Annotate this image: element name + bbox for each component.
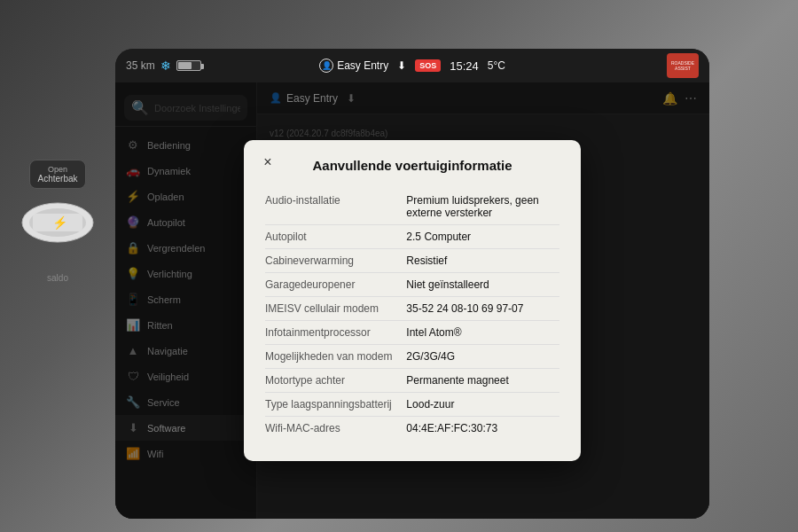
car-svg: ⚡	[13, 198, 102, 246]
row-value: 2G/3G/4G	[406, 345, 559, 369]
row-label: Infotainmentprocessor	[265, 321, 406, 345]
status-bar-center: 👤 Easy Entry ⬇ SOS 15:24 5°C	[319, 59, 505, 73]
row-value: Intel Atom®	[406, 321, 559, 345]
table-row: Infotainmentprocessor Intel Atom®	[265, 321, 559, 345]
easy-entry-status: Easy Entry	[337, 59, 388, 72]
table-row: Garagedeuropener Niet geïnstalleerd	[265, 273, 559, 297]
table-row: Audio-installatie Premium luidsprekers, …	[265, 189, 559, 225]
vehicle-info-modal: × Aanvullende voertuiginformatie Audio-i…	[244, 140, 581, 461]
modal-overlay: × Aanvullende voertuiginformatie Audio-i…	[115, 82, 709, 519]
row-value: 2.5 Computer	[406, 225, 559, 249]
row-label: Audio-installatie	[265, 189, 406, 225]
km-display: 35 km	[126, 59, 155, 72]
temperature-display: 5°C	[488, 59, 505, 72]
achterbak-button[interactable]: Open Achterbak	[29, 160, 85, 189]
row-value: Permanente magneet	[406, 369, 559, 393]
roadside-assist-badge: ROADSIDEASSIST	[667, 53, 699, 78]
row-label: Mogelijkheden van modem	[265, 345, 406, 369]
car-side-panel: Open Achterbak ⚡ saldo	[0, 160, 115, 426]
battery-fill	[178, 62, 192, 69]
table-row: IMEISV cellulair modem 35-52 24 08-10 69…	[265, 297, 559, 321]
status-bar-right: ROADSIDEASSIST	[512, 53, 699, 78]
row-value: Premium luidsprekers, geen externe verst…	[406, 189, 559, 225]
row-label: Autopilot	[265, 225, 406, 249]
row-value: 04:4E:AF:FC:30:73	[406, 417, 559, 441]
status-bar-left: 35 km ❄	[126, 59, 312, 73]
row-value: Niet geïnstalleerd	[406, 273, 559, 297]
achterbak-label: Achterbak	[37, 174, 77, 184]
person-icon: 👤	[319, 59, 333, 73]
download-icon: ⬇	[397, 59, 406, 72]
time-display: 15:24	[450, 59, 479, 73]
saldo-label: saldo	[47, 273, 68, 283]
table-row: Mogelijkheden van modem 2G/3G/4G	[265, 345, 559, 369]
svg-text:⚡: ⚡	[52, 215, 68, 231]
row-label: Type laagspanningsbatterij	[265, 393, 406, 417]
row-label: Motortype achter	[265, 369, 406, 393]
sos-badge: SOS	[415, 59, 441, 72]
battery-tip	[201, 64, 204, 69]
row-value: Resistief	[406, 249, 559, 273]
table-row: Cabineverwarming Resistief	[265, 249, 559, 273]
row-label: Wifi-MAC-adres	[265, 417, 406, 441]
snowflake-icon: ❄	[160, 59, 171, 73]
table-row: Type laagspanningsbatterij Lood-zuur	[265, 393, 559, 417]
row-label: Cabineverwarming	[265, 249, 406, 273]
row-value: 35-52 24 08-10 69 97-07	[406, 297, 559, 321]
modal-close-button[interactable]: ×	[258, 153, 278, 172]
battery-indicator	[176, 60, 201, 71]
open-label: Open	[37, 165, 77, 174]
table-row: Autopilot 2.5 Computer	[265, 225, 559, 249]
vehicle-info-table: Audio-installatie Premium luidsprekers, …	[265, 189, 559, 440]
row-label: Garagedeuropener	[265, 273, 406, 297]
profile-area: 👤 Easy Entry	[319, 59, 388, 73]
row-label: IMEISV cellulair modem	[265, 297, 406, 321]
roadside-label: ROADSIDEASSIST	[671, 60, 694, 71]
status-bar: 35 km ❄ 👤 Easy Entry ⬇ SOS 15:24 5°C ROA…	[115, 49, 709, 82]
table-row: Wifi-MAC-adres 04:4E:AF:FC:30:73	[265, 417, 559, 441]
table-row: Motortype achter Permanente magneet	[265, 369, 559, 393]
row-value: Lood-zuur	[406, 393, 559, 417]
modal-title: Aanvullende voertuiginformatie	[265, 158, 559, 173]
tesla-screen: 35 km ❄ 👤 Easy Entry ⬇ SOS 15:24 5°C ROA…	[115, 49, 709, 519]
